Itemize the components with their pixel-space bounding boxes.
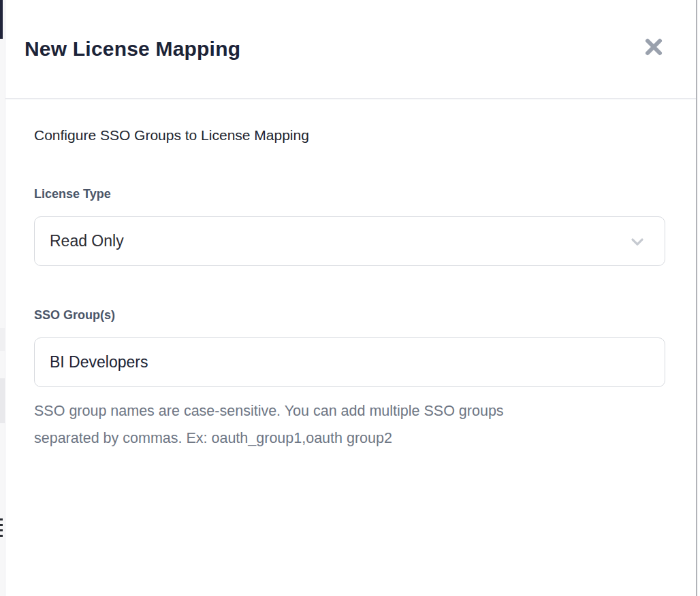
menu-lines-icon	[0, 518, 3, 520]
help-text-line: separated by commas. Ex: oauth_group1,oa…	[34, 425, 667, 452]
background-content-fragment	[0, 378, 5, 423]
background-content-fragment	[0, 328, 5, 351]
close-button[interactable]	[639, 32, 669, 62]
menu-lines-icon	[0, 524, 3, 526]
license-type-select[interactable]: Read Only	[34, 216, 665, 266]
background-page-edge	[0, 0, 5, 596]
modal-body: Configure SSO Groups to License Mapping …	[5, 99, 696, 452]
sso-groups-help-text: SSO group names are case-sensitive. You …	[34, 397, 667, 452]
new-license-mapping-modal: New License Mapping Configure SSO Groups…	[5, 0, 697, 596]
sso-groups-input[interactable]	[34, 337, 665, 387]
help-text-line: SSO group names are case-sensitive. You …	[34, 397, 667, 425]
sso-groups-label: SSO Group(s)	[34, 308, 667, 322]
screen: New License Mapping Configure SSO Groups…	[0, 0, 700, 596]
modal-title: New License Mapping	[25, 37, 240, 61]
menu-lines-icon	[0, 535, 3, 537]
close-icon	[643, 36, 665, 58]
license-type-label: License Type	[34, 187, 667, 201]
license-type-selected-value: Read Only	[50, 232, 124, 250]
modal-header: New License Mapping	[5, 0, 696, 99]
background-dark-header-fragment	[0, 0, 3, 39]
menu-lines-icon	[0, 529, 3, 531]
form-heading: Configure SSO Groups to License Mapping	[34, 127, 667, 144]
chevron-down-icon	[628, 232, 647, 251]
